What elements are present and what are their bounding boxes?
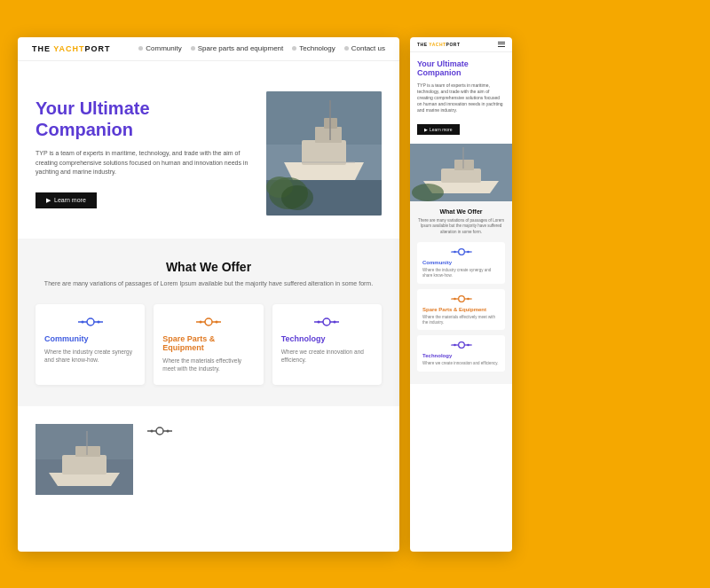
spare-parts-card-title: Spare Parts & Equipment <box>162 334 254 352</box>
nav-dot-icon <box>191 46 195 51</box>
svg-point-22 <box>323 318 330 325</box>
mobile-offer-title: What We Offer <box>417 208 505 215</box>
svg-point-58 <box>467 344 469 347</box>
svg-point-53 <box>467 297 469 300</box>
nav-link-contact-label: Contact us <box>351 44 385 52</box>
hamburger-line <box>498 46 505 47</box>
hero-yacht-image <box>266 91 382 216</box>
bottom-section <box>18 406 399 513</box>
nav-link-spare-parts[interactable]: Spare parts and equipment <box>191 44 284 52</box>
community-card-icon <box>44 317 136 327</box>
svg-point-16 <box>97 321 99 324</box>
mobile-technology-card-title: Technology <box>422 353 500 358</box>
rope-knot-orange-icon <box>196 317 221 327</box>
technology-card: Technology Where we create innovation an… <box>272 304 382 385</box>
mobile-arrow-icon: ▶ <box>424 127 428 132</box>
hero-cta-button[interactable]: ▶ Learn more <box>36 192 97 208</box>
svg-point-20 <box>199 321 201 324</box>
mobile-nav-logo: THE YACHTPORT <box>417 42 460 47</box>
svg-point-37 <box>167 430 170 433</box>
yacht-image-svg <box>266 91 382 216</box>
nav-dot-icon <box>138 46 143 51</box>
svg-point-48 <box>467 251 469 254</box>
svg-marker-29 <box>49 473 120 486</box>
main-browser-window: THE YACHTPORT Community Spare parts and … <box>18 37 399 552</box>
bottom-boat-svg <box>36 424 133 495</box>
arrow-right-icon: ▶ <box>46 197 51 204</box>
mobile-technology-card-desc: Where we create innovation and efficienc… <box>422 361 500 366</box>
svg-point-57 <box>454 344 456 347</box>
hero-title-line1: Your Ultimate <box>36 98 150 118</box>
mobile-technology-card-icon <box>422 341 500 349</box>
mobile-rope-purple-icon <box>451 341 472 349</box>
svg-rect-30 <box>62 455 106 474</box>
mobile-hero-yacht-image <box>410 144 512 201</box>
hamburger-menu-icon[interactable] <box>498 42 505 47</box>
svg-point-26 <box>334 321 336 324</box>
svg-point-21 <box>215 321 217 324</box>
offer-section: What We Offer There are many variations … <box>18 239 399 407</box>
svg-point-17 <box>205 318 212 325</box>
technology-card-title: Technology <box>281 334 373 343</box>
hamburger-line <box>498 42 505 43</box>
community-card: Community Where the industry create syne… <box>36 304 145 385</box>
spare-parts-card-desc: Where the materials effectively meet wit… <box>162 357 254 372</box>
technology-card-desc: Where we create innovation and efficienc… <box>281 348 373 364</box>
svg-rect-4 <box>302 140 346 165</box>
spare-parts-card: Spare Parts & Equipment Where the materi… <box>154 304 263 385</box>
spare-parts-card-icon <box>162 317 254 327</box>
hamburger-line <box>498 43 505 44</box>
mobile-hero-title: Your Ultimate Companion <box>417 59 505 79</box>
mobile-community-card-desc: Where the industry create synergy and sh… <box>422 268 500 278</box>
rope-knot-purple-icon <box>314 317 339 327</box>
nav-link-technology[interactable]: Technology <box>292 44 335 52</box>
mobile-offer-desc: There are many variations of passages of… <box>417 218 505 235</box>
svg-point-33 <box>156 427 163 435</box>
nav-link-contact[interactable]: Contact us <box>344 44 385 52</box>
nav-link-technology-label: Technology <box>299 44 335 52</box>
nav-dot-icon <box>292 46 296 51</box>
mobile-yacht-svg <box>410 144 512 201</box>
mobile-rope-orange-icon <box>451 294 472 303</box>
hero-title-line2: Companion <box>36 120 133 139</box>
offer-cards: Community Where the industry create syne… <box>36 304 382 385</box>
bottom-boat-image <box>36 424 133 495</box>
nav-logo-accent: YACHT <box>53 44 84 53</box>
svg-point-11 <box>281 185 313 210</box>
svg-point-52 <box>454 297 456 300</box>
mobile-community-card-icon <box>422 247 500 256</box>
svg-point-43 <box>412 184 444 201</box>
nav-link-community[interactable]: Community <box>138 44 181 52</box>
mobile-hero-description: TYP is a team of experts in maritime, te… <box>417 82 505 114</box>
mobile-hero-text: Your Ultimate Companion TYP is a team of… <box>410 52 512 145</box>
bottom-rope-icon <box>147 426 172 436</box>
mobile-rope-blue-icon <box>451 247 472 256</box>
mobile-spare-parts-card-desc: Where the materials effectively meet wit… <box>422 315 500 325</box>
mobile-hero-cta-button[interactable]: ▶ Learn more <box>417 124 460 135</box>
svg-point-44 <box>458 249 464 255</box>
nav-links: Community Spare parts and equipment Tech… <box>138 44 385 52</box>
page-wrapper: THE YACHTPORT Community Spare parts and … <box>0 20 710 569</box>
mobile-nav-logo-accent: YACHT <box>429 42 446 47</box>
hero-cta-label: Learn more <box>54 197 86 203</box>
svg-rect-40 <box>441 169 481 183</box>
hero-description: TYP is a team of experts in maritime, te… <box>36 149 252 177</box>
bottom-icon-row <box>147 424 172 440</box>
svg-point-49 <box>458 295 464 302</box>
mobile-spare-parts-card: Spare Parts & Equipment Where the materi… <box>417 289 505 331</box>
offer-title: What We Offer <box>36 260 382 274</box>
offer-description: There are many variations of passages of… <box>36 279 382 289</box>
svg-rect-31 <box>75 446 100 457</box>
svg-point-25 <box>318 321 320 324</box>
mobile-community-card: Community Where the industry create syne… <box>417 242 505 284</box>
mobile-spare-parts-card-icon <box>422 294 500 303</box>
mobile-hero-title-line2: Companion <box>417 68 462 77</box>
svg-point-47 <box>454 251 456 254</box>
svg-rect-41 <box>454 160 474 170</box>
nav-link-community-label: Community <box>146 44 181 52</box>
svg-point-36 <box>151 430 154 433</box>
svg-point-15 <box>81 321 83 324</box>
mobile-spare-parts-card-title: Spare Parts & Equipment <box>422 307 500 312</box>
svg-rect-5 <box>315 127 342 143</box>
technology-card-icon <box>281 317 373 327</box>
